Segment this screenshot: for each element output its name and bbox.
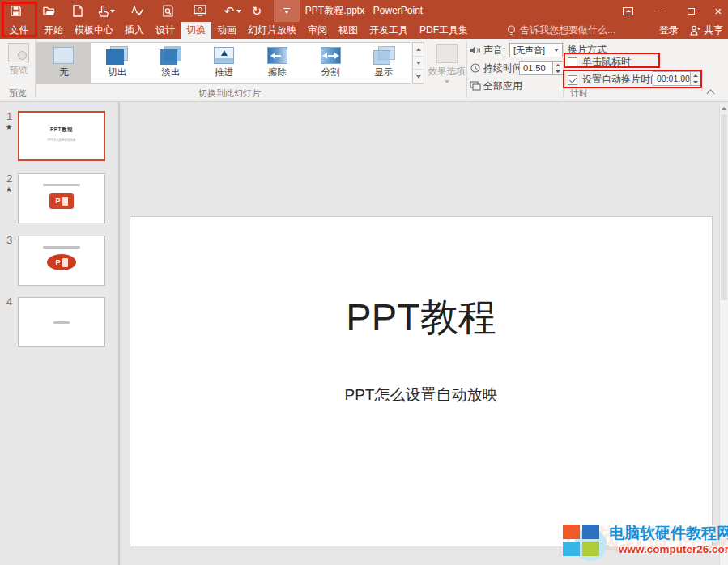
thumb-text-line — [53, 321, 70, 324]
tab-10[interactable]: 开发工具 — [364, 22, 414, 39]
slide-thumbnail-3[interactable]: P — [18, 236, 105, 286]
spelling-check-icon[interactable] — [128, 2, 146, 19]
save-icon[interactable] — [6, 2, 24, 19]
print-preview-icon[interactable] — [159, 2, 177, 19]
apply-all-button[interactable]: 全部应用 — [469, 79, 522, 93]
transition-fade[interactable]: 淡出 — [144, 43, 198, 83]
on-mouse-click-checkbox[interactable] — [568, 57, 577, 67]
advance-auto-row[interactable]: 设置自动换片时间: — [568, 73, 662, 87]
watermark-logo-icon — [561, 522, 608, 563]
minimize-button[interactable] — [649, 0, 674, 22]
transition-cut[interactable]: 切出 — [91, 43, 144, 83]
preview-button[interactable]: 预览 — [3, 43, 34, 77]
tab-6[interactable]: 动画 — [211, 22, 242, 39]
redo-icon[interactable]: ↻ — [248, 2, 266, 19]
transition-wipe[interactable]: 擦除 — [250, 43, 304, 83]
account-area: 登录 共享 — [659, 22, 723, 39]
qat-more-bar — [283, 8, 290, 10]
tab-11[interactable]: PDF工具集 — [414, 22, 474, 39]
sound-row: 声音: — [469, 43, 505, 57]
tab-7[interactable]: 幻灯片放映 — [242, 22, 302, 39]
slide-title-text[interactable]: PPT教程 — [130, 292, 712, 343]
tab-1[interactable]: 开始 — [38, 22, 69, 39]
tab-9[interactable]: 视图 — [333, 22, 364, 39]
transition-star-icon[interactable]: ★ — [6, 123, 12, 131]
slide-thumbnail-1[interactable]: PPT教程PPT怎么设置自动放映 — [18, 111, 105, 161]
transition-fade-icon — [160, 46, 181, 65]
tab-file[interactable]: 文件 — [0, 22, 38, 39]
open-icon[interactable] — [40, 2, 58, 19]
customize-quick-access-toolbar-button[interactable] — [274, 0, 300, 22]
vertical-scrollbar[interactable] — [719, 103, 728, 565]
slide-thumbnail-panel: 1★PPT教程PPT怎么设置自动放映2★P3P4 — [0, 102, 120, 565]
transition-split[interactable]: 分割 — [304, 43, 357, 83]
tab-4[interactable]: 设计 — [150, 22, 181, 39]
duration-input[interactable]: 01.50 — [519, 61, 553, 75]
share-button[interactable]: 共享 — [690, 23, 723, 37]
gallery-scroll-up-button[interactable] — [413, 43, 424, 57]
tell-me-placeholder: 告诉我您想要做什么... — [520, 23, 615, 37]
workspace: 1★PPT教程PPT怎么设置自动放映2★P3P4 PPT教程 PPT怎么设置自动… — [0, 102, 728, 565]
preview-icon — [8, 43, 29, 62]
slide-canvas[interactable]: PPT教程 PPT怎么设置自动放映 — [130, 216, 713, 546]
slide-thumbnail-2[interactable]: P — [18, 173, 105, 223]
touch-mode-dropdown-icon[interactable] — [109, 2, 117, 19]
effect-options-button[interactable]: 效果选项 — [428, 42, 466, 83]
ribbon-display-options-button[interactable] — [615, 0, 640, 22]
transition-none[interactable]: 无 — [37, 43, 91, 83]
ribbon: 预览 预览 无切出淡出推进擦除分割显示 切换到此幻灯片 效果选项 声音: [无声… — [0, 39, 728, 102]
tab-8[interactable]: 审阅 — [302, 22, 333, 39]
tell-me-box[interactable]: 告诉我您想要做什么... — [507, 22, 615, 39]
more-bar-icon — [415, 74, 421, 74]
scrollbar-thumb[interactable] — [721, 114, 727, 300]
advance-on-click-row[interactable]: 单击鼠标时 — [568, 55, 631, 69]
qat-more-caret-icon — [284, 11, 289, 14]
effect-options-icon — [436, 44, 458, 63]
sound-value: [无声音] — [513, 45, 545, 57]
gallery-scroll-down-button[interactable] — [413, 57, 424, 70]
triangle-down-icon — [416, 62, 421, 65]
gallery-scrollbar — [412, 42, 424, 84]
spin-up-icon[interactable] — [691, 72, 700, 79]
tab-3[interactable]: 插入 — [119, 22, 150, 39]
preview-button-label: 预览 — [3, 65, 34, 77]
collapse-ribbon-icon[interactable] — [706, 89, 716, 96]
tab-5[interactable]: 切换 — [181, 22, 211, 39]
apply-all-icon — [469, 81, 481, 91]
spin-down-icon[interactable] — [553, 68, 563, 74]
transition-push[interactable]: 推进 — [198, 43, 251, 83]
spin-down-icon[interactable] — [691, 79, 700, 85]
auto-advance-time-spinner[interactable] — [691, 71, 700, 86]
auto-advance-checkbox[interactable] — [568, 75, 577, 85]
tab-2[interactable]: 模板中心 — [69, 22, 119, 39]
sound-combobox[interactable]: [无声音] — [509, 43, 563, 57]
share-label: 共享 — [704, 23, 723, 37]
slide-subtitle-text[interactable]: PPT怎么设置自动放映 — [130, 384, 712, 406]
slide-thumbnail-4[interactable] — [18, 297, 105, 347]
sign-in-button[interactable]: 登录 — [659, 23, 679, 37]
watermark-site-name: 电脑软硬件教程网 — [609, 523, 728, 544]
group-label-preview: 预览 — [9, 87, 27, 100]
spin-up-icon[interactable] — [553, 62, 563, 68]
logo-square-lightblue — [563, 542, 580, 556]
ribbon-display-options-icon — [623, 7, 633, 15]
new-document-icon[interactable] — [69, 2, 87, 19]
combobox-dropdown-icon — [554, 49, 559, 52]
title-bar: ↶ ↻ PPT教程.pptx - PowerPoint × — [0, 0, 728, 22]
slide-number: 4 — [6, 295, 12, 308]
transition-gallery: 无切出淡出推进擦除分割显示 — [36, 42, 411, 84]
auto-advance-time-input[interactable]: 00:01.00 — [653, 71, 691, 86]
scrollbar-up-button[interactable] — [720, 103, 728, 113]
logo-square-green — [582, 542, 599, 556]
gallery-more-button[interactable] — [413, 70, 424, 83]
transition-reveal[interactable]: 显示 — [357, 43, 411, 83]
slideshow-from-beginning-icon[interactable] — [191, 2, 209, 19]
maximize-button[interactable] — [679, 0, 703, 22]
auto-advance-time-value: 00:01.00 — [657, 74, 690, 83]
sound-label: 声音: — [483, 44, 505, 57]
triangle-up-icon — [722, 107, 726, 110]
group-separator — [466, 41, 467, 98]
undo-dropdown-icon[interactable] — [235, 2, 243, 19]
close-button[interactable]: × — [706, 0, 728, 22]
transition-star-icon[interactable]: ★ — [6, 185, 12, 193]
